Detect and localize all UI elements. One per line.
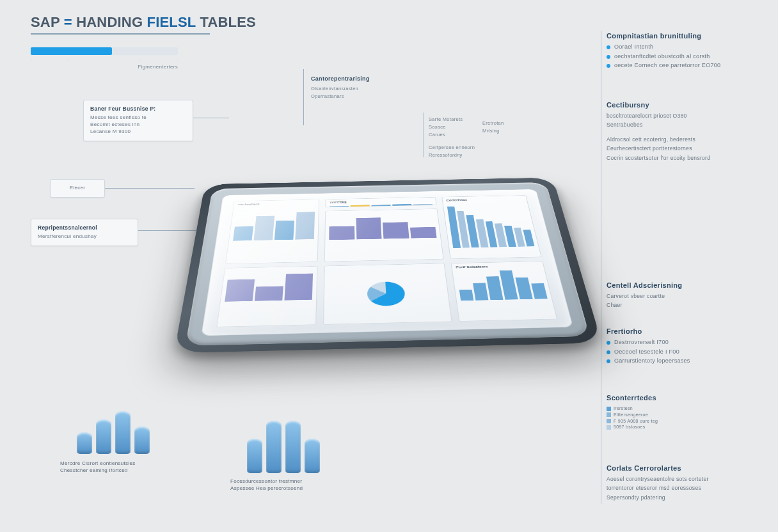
tablet-device: nactwetters TFFTTRS Cortertstan <box>174 178 602 354</box>
side-section-6: Corlats Cerrorolartes Aoesel corontrysea… <box>607 464 752 503</box>
side-1-title: Compnitastian brunittuling <box>607 32 752 40</box>
callout-1-head: Baner Feur Bussnise P: <box>90 106 186 113</box>
side-section-5: Sconterrtedes Irerstesn Elttersengeeroe … <box>607 394 752 430</box>
legend-item: F 905 A000 oure teg <box>614 419 658 423</box>
side-section-3: Centell Adscierisning Carverot vbeer coa… <box>607 281 752 311</box>
page-title: SAP = HANDING FIELSL TABLES <box>31 14 256 31</box>
callout-box-3: Repripentssnalcernol Merstferencul endus… <box>31 219 138 246</box>
mid-list-c1-1: Sarfe Motarets <box>429 116 463 123</box>
cyl-chart-mid-caption: Focesdurcessontor trestmner Aspessee Hea… <box>230 478 358 492</box>
side-1-item: oecete Eornech cee parretorror EO700 <box>607 62 752 70</box>
side-4-title: Frertiorho <box>607 327 752 335</box>
cylinder-chart-mid <box>247 409 320 473</box>
callout-3-sub: Merstferencul endushay <box>38 233 131 240</box>
mini-progress-fill <box>31 47 112 55</box>
side-3-line: Chaer <box>607 302 752 309</box>
side-6-title: Corlats Cerrorolartes <box>607 464 752 472</box>
callout-1-line1: Messe tees senflsso te <box>90 114 186 121</box>
screen-tile: nactwetters <box>225 199 319 264</box>
side-section-4: Frertiorho Destrrovrerselt I700 Oeceoel … <box>607 327 752 367</box>
side-3-line: Carverot vbeer coartte <box>607 293 752 300</box>
mid-list-c1-3: Carues <box>429 132 445 138</box>
lead-line <box>303 69 304 125</box>
mini-progress-card: ····· Figmenenterters <box>31 47 178 70</box>
callout-3-head: Repripentssnalcernol <box>38 224 131 231</box>
side-2-intro: boscltrotearelocrt prioset O380 <box>607 113 752 120</box>
screen-tile-pie <box>323 263 452 325</box>
lead-line <box>193 118 229 118</box>
side-2-body: Eeurhecertisctert portterestornes <box>607 145 752 152</box>
side-4-item: Garrurstientoty lopeersases <box>607 357 752 365</box>
mid-list-c2-1: Eretrotan <box>482 120 504 127</box>
mid-list-foot2: Reressofordny <box>429 152 463 159</box>
mid-list-c2-2: Mrtsing <box>482 128 500 134</box>
callout-1-line3: Lecanse M 9300 <box>90 129 186 136</box>
legend-item: 5097 bstosoes <box>614 425 645 429</box>
pie-chart-icon <box>367 281 406 306</box>
cylinder-chart-left <box>77 396 150 454</box>
side-2-body: Cocrin scostertsotur f'or ecoity bensror… <box>607 155 752 162</box>
callout-2-label: Elecer <box>57 185 98 192</box>
side-2-intro: Sentrabuebes <box>607 121 752 129</box>
legend-item: Elttersengeeroe <box>614 412 648 417</box>
side-section-2: Cectibursny boscltrotearelocrt prioset O… <box>607 101 752 164</box>
side-1-item: Oorael Intenth <box>607 43 752 51</box>
callout-1-line2: Becomit ecteses inn <box>90 121 186 129</box>
center-block-line2: Opurrastanars <box>311 93 344 100</box>
mid-list-foot1: Certpersee enneorn <box>429 145 475 151</box>
side-6-body: Sepersondty pdatering <box>607 494 752 501</box>
legend-item: Irerstesn <box>614 406 633 411</box>
lead-line <box>424 113 424 157</box>
title-word2: HANDING <box>76 14 143 30</box>
title-underline <box>31 33 210 35</box>
side-divider <box>601 31 601 504</box>
center-block-title: Cantorepentrarising <box>311 75 370 82</box>
callout-box-1: Baner Feur Bussnise P: Messe tees senfls… <box>83 100 193 141</box>
mini-progress-track <box>31 47 178 55</box>
side-2-body: Aldrocsol cett ecoterirg, bederests <box>607 136 752 143</box>
title-sep: = <box>60 14 76 30</box>
tablet-screen: nactwetters TFFTTRS Cortertstan <box>201 189 573 336</box>
lead-line <box>105 188 194 189</box>
mid-list-c1-2: Scoace <box>429 124 446 130</box>
mini-progress-ticks: ····· <box>31 58 178 61</box>
mini-progress-label: Figmenenterters <box>31 64 178 70</box>
callout-box-2: Elecer <box>50 179 105 198</box>
title-word3: FIELSL <box>147 14 196 30</box>
title-word4: TABLES <box>200 14 256 30</box>
lead-line <box>138 230 196 231</box>
side-section-1: Compnitastian brunittuling Oorael Intent… <box>607 32 752 72</box>
center-block-line1: Olsanlenvtansrasten <box>311 86 358 92</box>
side-5-title: Sconterrtedes <box>607 394 752 402</box>
side-1-item: oechstanftcdtet obustcoth al corsth <box>607 53 752 61</box>
side-6-body: torrentoror eteseror msd eoressoses <box>607 485 752 492</box>
screen-tile <box>216 266 317 327</box>
side-3-title: Centell Adscierisning <box>607 281 752 289</box>
side-6-body: Aoesel corontryseaentolre sots corteter <box>607 476 752 483</box>
title-prefix: SAP <box>31 14 60 30</box>
side-4-item: Destrrovrerselt I700 <box>607 339 752 347</box>
cyl-chart-left-caption: Mercdre Cisrort eontiensutsles Chesstche… <box>60 460 188 474</box>
side-4-item: Oeceoel tesestele I F00 <box>607 348 752 356</box>
side-2-title: Cectibursny <box>607 101 752 109</box>
